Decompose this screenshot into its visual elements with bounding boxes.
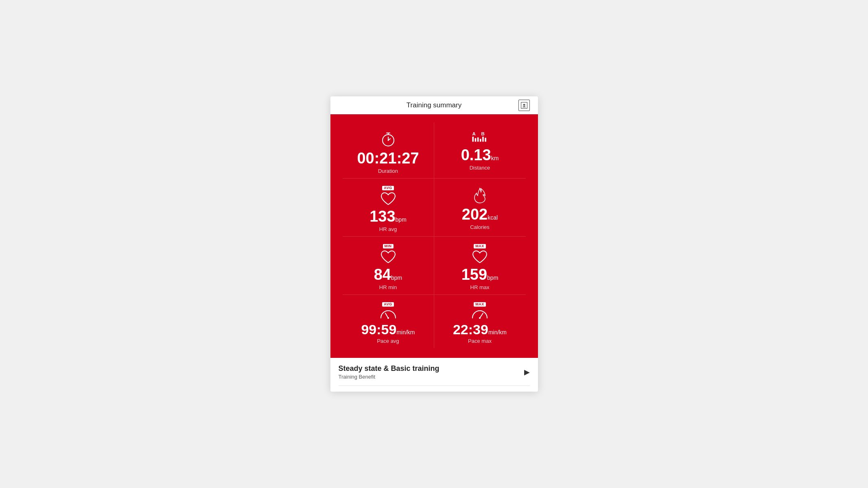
stat-distance: A B 0.13km Distance (434, 122, 526, 178)
upload-button[interactable] (518, 100, 530, 111)
hr-max-value: 159bpm (461, 266, 498, 283)
bottom-divider (339, 386, 530, 386)
hr-min-value: 84bpm (374, 266, 402, 283)
svg-text:B: B (481, 131, 485, 136)
pace-max-icon: MAX (471, 302, 489, 320)
stopwatch-icon (379, 130, 397, 148)
page-title: Training summary (407, 101, 461, 109)
pace-avg-value: 99:59min/km (361, 322, 415, 337)
stats-card: 00:21:27 Duration A B (330, 114, 538, 358)
phone-container: Training summary (330, 96, 538, 392)
max-badge: MAX (474, 244, 486, 248)
min-badge: MIN (383, 244, 394, 248)
hr-avg-value: 133bpm (370, 208, 407, 225)
svg-point-3 (387, 140, 389, 141)
pace-avg-label: Pace avg (377, 338, 399, 344)
training-benefit-title: Steady state & Basic training (339, 364, 439, 373)
svg-rect-9 (480, 139, 481, 142)
page-header: Training summary (330, 96, 538, 114)
stat-pace-avg: AVG 99:59min/km Pace avg (343, 295, 434, 348)
pace-max-badge: MAX (474, 302, 486, 307)
svg-rect-11 (485, 138, 486, 142)
stat-pace-max: MAX 22:39min/km Pace max (434, 295, 526, 348)
svg-point-13 (479, 317, 481, 319)
distance-label: Distance (470, 165, 490, 171)
row-hr-avg-calories: AVG 133bpm HR avg 202kcal (343, 179, 526, 237)
svg-rect-7 (475, 138, 477, 142)
hr-avg-label: HR avg (379, 226, 397, 232)
hr-min-icon: MIN (380, 244, 396, 264)
play-button[interactable]: ▶ (524, 368, 530, 377)
pace-avg-icon: AVG (379, 302, 397, 320)
calories-label: Calories (470, 224, 490, 230)
training-benefit-text: Steady state & Basic training Training B… (339, 364, 439, 380)
svg-text:A: A (472, 131, 476, 136)
distance-value: 0.13km (461, 147, 499, 164)
training-benefit-subtitle: Training Benefit (339, 374, 439, 380)
svg-rect-10 (482, 137, 484, 142)
svg-rect-8 (477, 137, 479, 142)
stat-calories: 202kcal Calories (434, 179, 526, 236)
pace-max-label: Pace max (468, 338, 492, 344)
pace-avg-badge: AVG (382, 302, 394, 307)
stat-hr-max: MAX 159bpm HR max (434, 237, 526, 294)
duration-value: 00:21:27 (357, 150, 419, 167)
pace-max-value: 22:39min/km (453, 322, 507, 337)
stat-hr-min: MIN 84bpm HR min (343, 237, 434, 294)
upload-icon (521, 102, 527, 109)
hr-min-label: HR min (379, 284, 397, 290)
row-hr-min-max: MIN 84bpm HR min MAX (343, 237, 526, 295)
training-benefit-section: Steady state & Basic training Training B… (330, 358, 538, 392)
duration-label: Duration (378, 168, 398, 174)
svg-rect-6 (472, 137, 474, 142)
distance-icon: A B (471, 130, 489, 144)
calories-value: 202kcal (462, 206, 498, 223)
row-duration-distance: 00:21:27 Duration A B (343, 122, 526, 179)
hr-avg-icon: AVG (380, 186, 396, 206)
row-pace: AVG 99:59min/km Pace avg MAX (343, 295, 526, 348)
stat-hr-avg: AVG 133bpm HR avg (343, 179, 434, 236)
calories-icon (472, 186, 487, 204)
svg-point-12 (387, 317, 389, 319)
hr-max-label: HR max (470, 284, 490, 290)
hr-max-icon: MAX (472, 244, 488, 264)
avg-badge: AVG (382, 186, 394, 190)
training-benefit-row[interactable]: Steady state & Basic training Training B… (339, 364, 530, 380)
stat-duration: 00:21:27 Duration (343, 122, 434, 178)
